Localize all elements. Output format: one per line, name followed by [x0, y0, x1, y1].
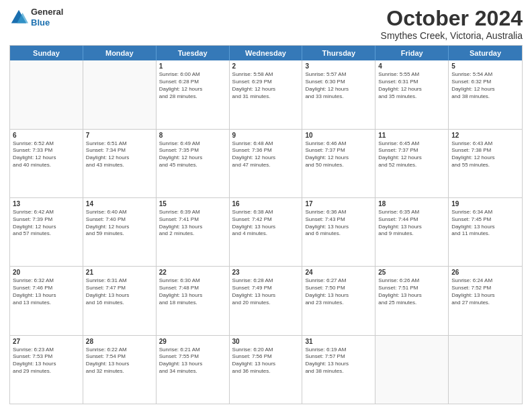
day-cell-31: 31Sunrise: 6:19 AM Sunset: 7:57 PM Dayli… [302, 336, 375, 404]
day-info: Sunrise: 5:58 AM Sunset: 6:29 PM Dayligh… [232, 71, 300, 100]
day-info: Sunrise: 6:21 AM Sunset: 7:55 PM Dayligh… [159, 347, 226, 375]
week-row-5: 27Sunrise: 6:23 AM Sunset: 7:53 PM Dayli… [10, 335, 522, 404]
day-cell-10: 10Sunrise: 6:46 AM Sunset: 7:37 PM Dayli… [302, 130, 375, 197]
day-number: 21 [86, 269, 153, 276]
day-number: 28 [86, 338, 153, 345]
day-number: 17 [305, 200, 372, 208]
day-info: Sunrise: 6:30 AM Sunset: 7:48 PM Dayligh… [159, 277, 226, 306]
day-info: Sunrise: 6:26 AM Sunset: 7:51 PM Dayligh… [378, 277, 445, 306]
day-number: 26 [451, 269, 519, 276]
day-info: Sunrise: 6:22 AM Sunset: 7:54 PM Dayligh… [86, 347, 153, 375]
day-cell-8: 8Sunrise: 6:49 AM Sunset: 7:35 PM Daylig… [157, 130, 230, 197]
day-number: 15 [159, 200, 226, 208]
month-title: October 2024 [381, 7, 523, 30]
day-info: Sunrise: 6:52 AM Sunset: 7:33 PM Dayligh… [13, 140, 80, 169]
day-number: 27 [13, 338, 80, 345]
week-row-3: 13Sunrise: 6:42 AM Sunset: 7:39 PM Dayli… [10, 197, 522, 266]
day-info: Sunrise: 6:43 AM Sunset: 7:38 PM Dayligh… [451, 140, 519, 169]
day-cell-22: 22Sunrise: 6:30 AM Sunset: 7:48 PM Dayli… [157, 267, 230, 334]
calendar: SundayMondayTuesdayWednesdayThursdayFrid… [9, 45, 523, 404]
day-info: Sunrise: 6:34 AM Sunset: 7:45 PM Dayligh… [451, 209, 519, 238]
day-number: 24 [305, 269, 372, 276]
day-info: Sunrise: 6:36 AM Sunset: 7:43 PM Dayligh… [305, 209, 372, 238]
week-row-4: 20Sunrise: 6:32 AM Sunset: 7:46 PM Dayli… [10, 266, 522, 334]
day-info: Sunrise: 6:35 AM Sunset: 7:44 PM Dayligh… [378, 209, 445, 238]
day-cell-11: 11Sunrise: 6:45 AM Sunset: 7:37 PM Dayli… [375, 130, 449, 197]
day-info: Sunrise: 6:19 AM Sunset: 7:57 PM Dayligh… [305, 347, 372, 375]
day-cell-20: 20Sunrise: 6:32 AM Sunset: 7:46 PM Dayli… [10, 267, 83, 334]
day-info: Sunrise: 6:42 AM Sunset: 7:39 PM Dayligh… [13, 209, 80, 238]
day-info: Sunrise: 6:49 AM Sunset: 7:35 PM Dayligh… [159, 140, 226, 169]
day-number: 8 [159, 132, 226, 139]
day-headers: SundayMondayTuesdayWednesdayThursdayFrid… [10, 46, 522, 60]
day-cell-19: 19Sunrise: 6:34 AM Sunset: 7:45 PM Dayli… [449, 198, 522, 266]
day-number: 4 [378, 62, 445, 70]
day-cell-7: 7Sunrise: 6:51 AM Sunset: 7:34 PM Daylig… [83, 130, 157, 197]
day-number: 13 [13, 200, 80, 208]
day-info: Sunrise: 6:46 AM Sunset: 7:37 PM Dayligh… [305, 140, 372, 169]
day-info: Sunrise: 6:39 AM Sunset: 7:41 PM Dayligh… [159, 209, 226, 238]
header: General Blue October 2024 Smythes Creek,… [9, 7, 523, 41]
day-cell-28: 28Sunrise: 6:22 AM Sunset: 7:54 PM Dayli… [83, 336, 157, 404]
day-number: 31 [305, 338, 372, 345]
day-cell-25: 25Sunrise: 6:26 AM Sunset: 7:51 PM Dayli… [375, 267, 449, 334]
day-info: Sunrise: 6:00 AM Sunset: 6:28 PM Dayligh… [159, 71, 226, 100]
day-cell-18: 18Sunrise: 6:35 AM Sunset: 7:44 PM Dayli… [375, 198, 449, 266]
week-row-1: 1Sunrise: 6:00 AM Sunset: 6:28 PM Daylig… [10, 60, 522, 128]
day-number: 9 [232, 132, 300, 139]
day-cell-empty [83, 60, 157, 128]
day-header-saturday: Saturday [449, 46, 522, 60]
day-info: Sunrise: 6:45 AM Sunset: 7:37 PM Dayligh… [378, 140, 445, 169]
day-header-friday: Friday [375, 46, 449, 60]
logo: General Blue [9, 7, 63, 28]
day-cell-1: 1Sunrise: 6:00 AM Sunset: 6:28 PM Daylig… [157, 60, 230, 128]
day-number: 18 [378, 200, 445, 208]
day-number: 3 [305, 62, 372, 70]
day-cell-empty [449, 336, 522, 404]
day-info: Sunrise: 6:48 AM Sunset: 7:36 PM Dayligh… [232, 140, 300, 169]
day-number: 10 [305, 132, 372, 139]
day-cell-23: 23Sunrise: 6:28 AM Sunset: 7:49 PM Dayli… [230, 267, 303, 334]
title-block: October 2024 Smythes Creek, Victoria, Au… [381, 7, 523, 41]
weeks: 1Sunrise: 6:00 AM Sunset: 6:28 PM Daylig… [10, 60, 522, 404]
day-number: 25 [378, 269, 445, 276]
day-number: 29 [159, 338, 226, 345]
day-info: Sunrise: 6:20 AM Sunset: 7:56 PM Dayligh… [232, 347, 300, 375]
day-number: 7 [86, 132, 153, 139]
day-cell-26: 26Sunrise: 6:24 AM Sunset: 7:52 PM Dayli… [449, 267, 522, 334]
day-number: 20 [13, 269, 80, 276]
logo-general: General [31, 7, 63, 17]
day-cell-4: 4Sunrise: 5:55 AM Sunset: 6:31 PM Daylig… [375, 60, 449, 128]
day-cell-empty [375, 336, 449, 404]
week-row-2: 6Sunrise: 6:52 AM Sunset: 7:33 PM Daylig… [10, 129, 522, 197]
day-cell-3: 3Sunrise: 5:57 AM Sunset: 6:30 PM Daylig… [302, 60, 375, 128]
day-cell-9: 9Sunrise: 6:48 AM Sunset: 7:36 PM Daylig… [230, 130, 303, 197]
day-number: 14 [86, 200, 153, 208]
day-header-tuesday: Tuesday [157, 46, 230, 60]
day-info: Sunrise: 6:28 AM Sunset: 7:49 PM Dayligh… [232, 277, 300, 306]
location: Smythes Creek, Victoria, Australia [381, 30, 523, 41]
day-info: Sunrise: 6:31 AM Sunset: 7:47 PM Dayligh… [86, 277, 153, 306]
day-number: 16 [232, 200, 300, 208]
day-number: 23 [232, 269, 300, 276]
logo-icon [9, 8, 28, 27]
day-cell-30: 30Sunrise: 6:20 AM Sunset: 7:56 PM Dayli… [230, 336, 303, 404]
day-cell-12: 12Sunrise: 6:43 AM Sunset: 7:38 PM Dayli… [449, 130, 522, 197]
day-cell-16: 16Sunrise: 6:38 AM Sunset: 7:42 PM Dayli… [230, 198, 303, 266]
day-info: Sunrise: 5:55 AM Sunset: 6:31 PM Dayligh… [378, 71, 445, 100]
day-header-sunday: Sunday [10, 46, 83, 60]
day-number: 19 [451, 200, 519, 208]
day-info: Sunrise: 6:24 AM Sunset: 7:52 PM Dayligh… [451, 277, 519, 306]
day-cell-21: 21Sunrise: 6:31 AM Sunset: 7:47 PM Dayli… [83, 267, 157, 334]
day-cell-17: 17Sunrise: 6:36 AM Sunset: 7:43 PM Dayli… [302, 198, 375, 266]
day-number: 11 [378, 132, 445, 139]
day-cell-27: 27Sunrise: 6:23 AM Sunset: 7:53 PM Dayli… [10, 336, 83, 404]
day-cell-6: 6Sunrise: 6:52 AM Sunset: 7:33 PM Daylig… [10, 130, 83, 197]
day-header-monday: Monday [83, 46, 157, 60]
day-info: Sunrise: 6:40 AM Sunset: 7:40 PM Dayligh… [86, 209, 153, 238]
day-info: Sunrise: 6:27 AM Sunset: 7:50 PM Dayligh… [305, 277, 372, 306]
day-number: 2 [232, 62, 300, 70]
day-cell-24: 24Sunrise: 6:27 AM Sunset: 7:50 PM Dayli… [302, 267, 375, 334]
day-cell-15: 15Sunrise: 6:39 AM Sunset: 7:41 PM Dayli… [157, 198, 230, 266]
day-number: 22 [159, 269, 226, 276]
